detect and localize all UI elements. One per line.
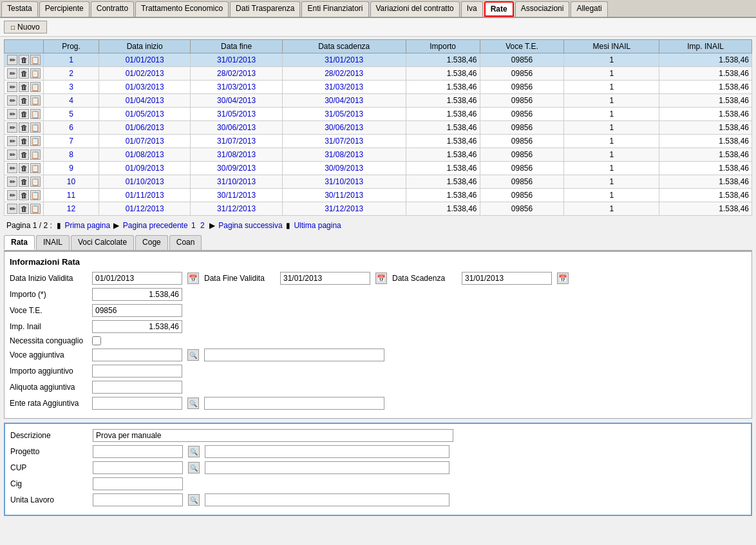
input-voce-te[interactable] (92, 304, 182, 317)
next-page-link[interactable]: Pagina successiva (218, 221, 282, 230)
top-tab-rate[interactable]: Rate (484, 1, 514, 17)
prev-page-link[interactable]: Pagina precedente (123, 221, 188, 230)
edit-icon[interactable]: ✏ (7, 204, 17, 214)
edit-icon[interactable]: ✏ (7, 82, 17, 92)
input-voce-agg-desc[interactable] (204, 349, 384, 361)
copy-icon[interactable]: 📋 (30, 136, 41, 146)
delete-icon[interactable]: 🗑 (19, 204, 29, 214)
delete-icon[interactable]: 🗑 (19, 82, 29, 92)
delete-icon[interactable]: 🗑 (19, 190, 29, 200)
input-ente-rata[interactable] (92, 397, 182, 410)
delete-icon[interactable]: 🗑 (19, 68, 29, 79)
table-row[interactable]: ✏ 🗑 📋 101/01/201331/01/201331/01/20131.5… (5, 53, 752, 67)
top-tab-enti-finanziatori[interactable]: Enti Finanziatori (301, 1, 368, 17)
delete-icon[interactable]: 🗑 (19, 109, 29, 119)
new-button[interactable]: Nuovo (4, 21, 47, 33)
delete-icon[interactable]: 🗑 (19, 122, 29, 133)
input-cup-desc[interactable] (205, 461, 449, 474)
copy-icon[interactable]: 📋 (30, 163, 41, 173)
delete-icon[interactable]: 🗑 (19, 163, 29, 173)
edit-icon[interactable]: ✏ (7, 68, 17, 79)
copy-icon[interactable]: 📋 (30, 190, 41, 200)
input-ente-rata-desc[interactable] (204, 397, 384, 410)
table-row[interactable]: ✏ 🗑 📋 1001/10/201331/10/201331/10/20131.… (5, 175, 752, 189)
copy-icon[interactable]: 📋 (30, 204, 41, 214)
input-unita-lavoro[interactable] (93, 493, 183, 506)
input-importo-agg[interactable] (92, 365, 182, 378)
sub-tab-coan[interactable]: Coan (169, 235, 202, 250)
cal-icon-data-fine[interactable]: 📅 (375, 272, 387, 284)
input-descrizione[interactable] (93, 429, 453, 442)
input-imp-inail[interactable] (92, 320, 182, 333)
table-row[interactable]: ✏ 🗑 📋 1101/11/201330/11/201330/11/20131.… (5, 189, 752, 202)
lookup-icon-cup[interactable]: 🔍 (188, 462, 200, 473)
top-tab-iva[interactable]: Iva (461, 1, 483, 17)
table-row[interactable]: ✏ 🗑 📋 1201/12/201331/12/201331/12/20131.… (5, 202, 752, 216)
table-row[interactable]: ✏ 🗑 📋 801/08/201331/08/201331/08/20131.5… (5, 148, 752, 162)
checkbox-necessita[interactable] (92, 336, 101, 345)
edit-icon[interactable]: ✏ (7, 109, 17, 119)
top-tab-trattamento-economico[interactable]: Trattamento Economico (135, 1, 229, 17)
edit-icon[interactable]: ✏ (7, 95, 17, 106)
page-1-link[interactable]: 1 (191, 221, 196, 230)
copy-icon[interactable]: 📋 (30, 177, 41, 187)
edit-icon[interactable]: ✏ (7, 136, 17, 146)
edit-icon[interactable]: ✏ (7, 177, 17, 187)
delete-icon[interactable]: 🗑 (19, 149, 29, 160)
copy-icon[interactable]: 📋 (30, 95, 41, 106)
input-aliquota-agg[interactable] (92, 381, 182, 394)
copy-icon[interactable]: 📋 (30, 149, 41, 160)
input-voce-agg[interactable] (92, 349, 182, 361)
first-page-link[interactable]: Prima pagina (64, 221, 110, 230)
input-progetto-desc[interactable] (205, 445, 449, 458)
top-tab-testata[interactable]: Testata (1, 1, 38, 17)
input-cup[interactable] (93, 461, 183, 474)
table-row[interactable]: ✏ 🗑 📋 601/06/201330/06/201330/06/20131.5… (5, 121, 752, 135)
edit-icon[interactable]: ✏ (7, 190, 17, 200)
lookup-icon-progetto[interactable]: 🔍 (188, 446, 200, 457)
lookup-icon-unita-lavoro[interactable]: 🔍 (188, 494, 200, 506)
input-data-fine[interactable] (280, 272, 370, 285)
delete-icon[interactable]: 🗑 (19, 177, 29, 187)
cal-icon-data-inizio[interactable]: 📅 (187, 272, 199, 284)
sub-tab-inail[interactable]: INAIL (36, 235, 70, 250)
table-row[interactable]: ✏ 🗑 📋 401/04/201330/04/201330/04/20131.5… (5, 94, 752, 108)
top-tab-associazioni[interactable]: Associazioni (515, 1, 570, 17)
lookup-icon-ente-rata[interactable]: 🔍 (187, 397, 199, 409)
table-row[interactable]: ✏ 🗑 📋 501/05/201331/05/201331/05/20131.5… (5, 108, 752, 121)
table-row[interactable]: ✏ 🗑 📋 301/03/201331/03/201331/03/20131.5… (5, 81, 752, 94)
input-progetto[interactable] (93, 445, 183, 458)
cal-icon-data-scadenza[interactable]: 📅 (557, 272, 569, 284)
top-tab-percipiente[interactable]: Percipiente (39, 1, 90, 17)
delete-icon[interactable]: 🗑 (19, 55, 29, 65)
edit-icon[interactable]: ✏ (7, 163, 17, 173)
sub-tab-voci-calcolate[interactable]: Voci Calcolate (71, 235, 134, 250)
top-tab-variazioni-del-contratto[interactable]: Variazioni del contratto (370, 1, 460, 17)
copy-icon[interactable]: 📋 (30, 82, 41, 92)
copy-icon[interactable]: 📋 (30, 55, 41, 65)
table-row[interactable]: ✏ 🗑 📋 701/07/201331/07/201331/07/20131.5… (5, 135, 752, 148)
table-row[interactable]: ✏ 🗑 📋 201/02/201328/02/201328/02/20131.5… (5, 67, 752, 81)
input-unita-lavoro-desc[interactable] (205, 493, 449, 506)
copy-icon[interactable]: 📋 (30, 109, 41, 119)
edit-icon[interactable]: ✏ (7, 55, 17, 65)
sub-tab-rata[interactable]: Rata (4, 235, 35, 250)
input-cig[interactable] (93, 477, 183, 490)
input-data-inizio[interactable] (92, 272, 182, 285)
page-2-link[interactable]: 2 (200, 221, 205, 230)
delete-icon[interactable]: 🗑 (19, 95, 29, 106)
top-tab-contratto[interactable]: Contratto (91, 1, 134, 17)
edit-icon[interactable]: ✏ (7, 149, 17, 160)
top-tab-dati-trasparenza[interactable]: Dati Trasparenza (230, 1, 300, 17)
table-row[interactable]: ✏ 🗑 📋 901/09/201330/09/201330/09/20131.5… (5, 162, 752, 175)
sub-tab-coge[interactable]: Coge (135, 235, 168, 250)
copy-icon[interactable]: 📋 (30, 68, 41, 79)
delete-icon[interactable]: 🗑 (19, 136, 29, 146)
lookup-icon-voce-agg[interactable]: 🔍 (187, 349, 199, 361)
input-data-scadenza[interactable] (462, 272, 552, 285)
input-importo[interactable] (92, 288, 182, 301)
edit-icon[interactable]: ✏ (7, 122, 17, 133)
last-page-link[interactable]: Ultima pagina (294, 221, 341, 230)
top-tab-allegati[interactable]: Allegati (571, 1, 607, 17)
copy-icon[interactable]: 📋 (30, 122, 41, 133)
